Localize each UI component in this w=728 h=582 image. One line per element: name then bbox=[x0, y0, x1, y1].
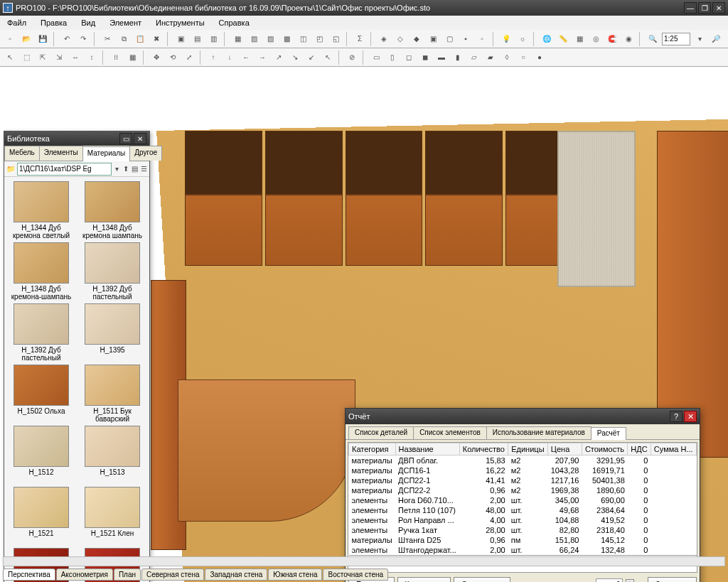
table-row[interactable]: материалыДСП22-20,96м21969,381890,600 bbox=[349, 485, 697, 495]
close-button[interactable]: ✕ bbox=[712, 2, 725, 14]
table-header[interactable]: Количество bbox=[459, 443, 508, 456]
view-mode-icon[interactable]: ▤ bbox=[131, 162, 139, 176]
material-item[interactable]: H_1348 Дуб кремона шампань bbox=[80, 181, 145, 239]
library-tab-elements[interactable]: Элементы bbox=[39, 146, 83, 161]
up-folder-icon[interactable]: ⬆ bbox=[122, 162, 130, 176]
zoom-out-icon[interactable]: 🔍 bbox=[646, 32, 660, 46]
mode2-icon[interactable]: ◇ bbox=[393, 32, 407, 46]
move-icon[interactable]: ✥ bbox=[149, 50, 164, 65]
zoom-in-icon[interactable]: 🔎 bbox=[709, 32, 723, 46]
material-item[interactable]: H_1348 Дуб кремона-шампань bbox=[9, 242, 74, 301]
library-tab-materials[interactable]: Материалы bbox=[82, 146, 131, 161]
report-help-button[interactable]: ? bbox=[670, 411, 682, 422]
minimize-button[interactable]: — bbox=[684, 2, 697, 14]
view-tab[interactable]: Западная стена bbox=[205, 568, 267, 581]
horizontal-scrollbar[interactable] bbox=[3, 556, 725, 566]
ops2-icon[interactable]: ▯ bbox=[385, 50, 400, 65]
arrow5-icon[interactable]: ↗ bbox=[272, 50, 286, 65]
table-header[interactable]: Стоимость bbox=[582, 443, 627, 456]
arrow3-icon[interactable]: ← bbox=[239, 50, 253, 65]
view-tab[interactable]: Восточная стена bbox=[323, 568, 388, 581]
select2-icon[interactable]: ⬚ bbox=[19, 50, 33, 65]
view-tab[interactable]: План bbox=[114, 568, 141, 581]
material-item[interactable]: H_1392 Дуб пастельный bbox=[9, 303, 74, 362]
grid-icon[interactable]: ▦ bbox=[572, 32, 587, 46]
discount-input[interactable] bbox=[596, 578, 623, 583]
zoom-field[interactable] bbox=[662, 33, 690, 45]
arrow6-icon[interactable]: ↘ bbox=[288, 50, 302, 65]
notes-button[interactable]: Заметки... bbox=[648, 577, 697, 582]
ops3-icon[interactable]: ◻ bbox=[402, 50, 416, 65]
table-row[interactable]: элементыПетля 110 (107)48,00шт.49,682384… bbox=[349, 505, 697, 515]
material-item[interactable]: H_1521 Клен bbox=[80, 487, 145, 545]
report-body[interactable]: КатегорияНазваниеКоличествоЕдиницыЦенаСт… bbox=[348, 442, 697, 573]
lightbulb-icon[interactable]: 💡 bbox=[499, 32, 513, 46]
zoom-dropdown-icon[interactable]: ▾ bbox=[692, 32, 707, 46]
table-row[interactable]: элементыРол Направл ...4,00шт.104,88419,… bbox=[349, 515, 697, 525]
view2-icon[interactable]: ▧ bbox=[247, 32, 261, 46]
report-tab-elements[interactable]: Список элементов bbox=[413, 426, 487, 439]
ops8-icon[interactable]: ▰ bbox=[483, 50, 498, 65]
tool5-icon[interactable]: ↔ bbox=[68, 50, 82, 65]
ops10-icon[interactable]: ○ bbox=[516, 50, 530, 65]
new-icon[interactable]: ▫ bbox=[3, 32, 17, 46]
table-header[interactable]: Название bbox=[395, 443, 459, 456]
view-tab[interactable]: Аксонометрия bbox=[56, 568, 113, 581]
ruler-icon[interactable]: 📏 bbox=[556, 32, 570, 46]
folder-icon[interactable]: 📁 bbox=[6, 162, 16, 176]
ops11-icon[interactable]: ● bbox=[532, 50, 547, 65]
stop-icon[interactable]: ⊘ bbox=[345, 50, 359, 65]
report-tab-material-use[interactable]: Использование материалов bbox=[486, 426, 592, 439]
library-grid[interactable]: H_1344 Дуб кремона светлыйH_1348 Дуб кре… bbox=[4, 177, 149, 582]
tool4-icon[interactable]: ⇲ bbox=[52, 50, 66, 65]
menu-view[interactable]: Вид bbox=[77, 17, 100, 28]
target-icon[interactable]: ◎ bbox=[589, 32, 603, 46]
mode3-icon[interactable]: ◆ bbox=[410, 32, 424, 46]
save-button[interactable]: Сохранить... bbox=[454, 577, 510, 582]
view4-icon[interactable]: ▩ bbox=[279, 32, 294, 46]
view5-icon[interactable]: ◫ bbox=[296, 32, 310, 46]
arrow8-icon[interactable]: ↖ bbox=[321, 50, 335, 65]
ops4-icon[interactable]: ◼ bbox=[418, 50, 432, 65]
pointer-icon[interactable]: ↖ bbox=[3, 50, 17, 65]
library-tab-other[interactable]: Другое bbox=[129, 146, 162, 161]
ops7-icon[interactable]: ▱ bbox=[467, 50, 481, 65]
material-item[interactable]: H_1521 bbox=[9, 487, 74, 545]
menu-edit[interactable]: Правка bbox=[36, 17, 71, 28]
open-icon[interactable]: 📂 bbox=[19, 32, 33, 46]
arrow4-icon[interactable]: → bbox=[255, 50, 269, 65]
menu-help[interactable]: Справка bbox=[215, 17, 254, 28]
report-titlebar[interactable]: Отчёт ? ✕ bbox=[346, 409, 700, 424]
mode4-icon[interactable]: ▣ bbox=[426, 32, 440, 46]
material-item[interactable]: H_1511 Бук баварский bbox=[80, 365, 145, 423]
magnet-icon[interactable]: 🧲 bbox=[605, 32, 619, 46]
ops9-icon[interactable]: ◊ bbox=[500, 50, 514, 65]
maximize-button[interactable]: ❐ bbox=[698, 2, 711, 14]
view3-icon[interactable]: ▨ bbox=[263, 32, 277, 46]
table-row[interactable]: элементыНога D60.710...2,00шт.345,00690,… bbox=[349, 495, 697, 505]
table-row[interactable]: элементыШтангодержат...2,00шт.66,24132,4… bbox=[349, 545, 697, 556]
table-header[interactable]: Сумма Н... bbox=[651, 443, 696, 456]
view-tab[interactable]: Северная стена bbox=[141, 568, 205, 581]
report-tab-calc[interactable]: Расчёт bbox=[591, 427, 626, 440]
mode1-icon[interactable]: ◈ bbox=[377, 32, 391, 46]
snap1-icon[interactable]: ⁞⁞ bbox=[109, 50, 123, 65]
toggle2-icon[interactable]: ▤ bbox=[190, 32, 204, 46]
material-item[interactable]: H_1395 bbox=[80, 303, 145, 362]
view6-icon[interactable]: ◰ bbox=[312, 32, 326, 46]
table-header[interactable]: Категория bbox=[349, 443, 396, 456]
delete-icon[interactable]: ✖ bbox=[149, 32, 164, 46]
rotate-icon[interactable]: ⟲ bbox=[166, 50, 180, 65]
light2-icon[interactable]: ☼ bbox=[515, 32, 530, 46]
view-tab[interactable]: Перспектива bbox=[3, 568, 55, 581]
ops6-icon[interactable]: ▮ bbox=[451, 50, 465, 65]
library-undock-icon[interactable]: ▭ bbox=[119, 133, 132, 144]
menu-file[interactable]: Файл bbox=[3, 17, 31, 28]
circle-icon[interactable]: ◉ bbox=[621, 32, 636, 46]
library-path-input[interactable] bbox=[17, 163, 112, 176]
arrow7-icon[interactable]: ↙ bbox=[304, 50, 318, 65]
menu-element[interactable]: Элемент bbox=[105, 17, 146, 28]
mode7-icon[interactable]: ▫ bbox=[475, 32, 489, 46]
scale-icon[interactable]: ⤢ bbox=[182, 50, 196, 65]
table-row[interactable]: материалыДСП22-141,41м21217,1650401,380 bbox=[349, 475, 697, 485]
